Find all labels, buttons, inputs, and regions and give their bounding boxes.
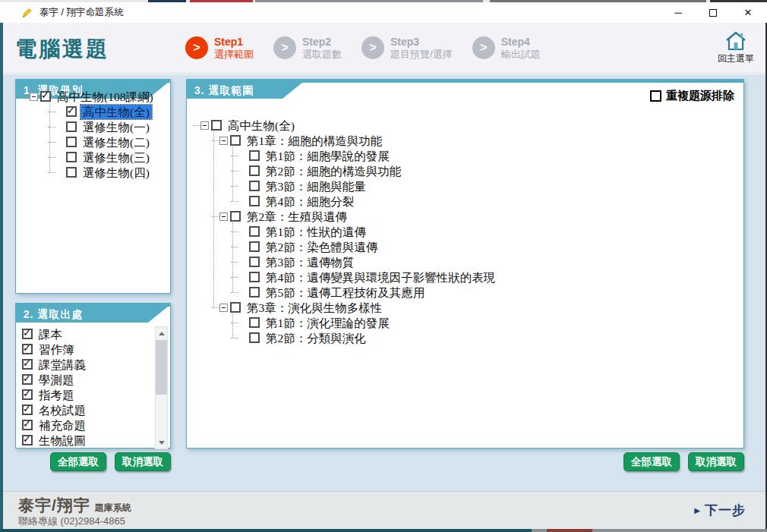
source-item-label[interactable]: 課堂講義 [36,357,88,372]
page-footer: 泰宇/翔宇題庫系統 聯絡專線 (02)2984-4865 ▶ 下一步 [3,491,765,529]
tree-item-label[interactable]: 選修生物(三) [80,150,152,165]
source-checkbox-checked[interactable] [22,420,33,430]
source-deselect-all-button[interactable]: 取消選取 [115,452,171,471]
tree-row: 第3節：細胞與能量 [187,178,743,194]
tree-expander-minus-icon[interactable] [200,121,209,130]
source-checkbox-checked[interactable] [22,344,33,354]
list-item: 習作簿 [19,342,152,357]
source-select-all-button[interactable]: 全部選取 [50,452,106,471]
source-checkbox-checked[interactable] [22,405,33,415]
tree-indent-spacer [55,168,64,177]
tree-item-label[interactable]: 第1節：細胞學說的發展 [264,149,392,163]
range-select-all-button[interactable]: 全部選取 [623,452,680,471]
source-checkbox-checked[interactable] [22,389,33,400]
tree-checkbox-unchecked[interactable] [66,137,77,147]
tree-item-label[interactable]: 第2節：細胞的構造與功能 [264,164,403,178]
source-item-label[interactable]: 指考題 [36,388,77,402]
tree-item-label[interactable]: 第1節：性狀的遺傳 [264,225,368,239]
tree-indent-spacer [238,273,247,282]
tree-item-label[interactable]: 第3節：細胞與能量 [264,179,368,194]
tree-checkbox-unchecked[interactable] [249,165,260,176]
list-item: 生物說圖 [19,433,152,448]
minimize-button[interactable]: ─ [661,2,696,23]
panel-2-title-banner: 2. 選取出處 [16,307,168,323]
tree-expander-minus-icon[interactable] [219,304,228,312]
panel-select-volume: 1. 選取冊別 高中生物(108課綱)高中生物(全)選修生物(一)選修生物(二)… [15,79,171,294]
tree-item-label[interactable]: 第4節：細胞分裂 [264,194,356,209]
scrollbar-up-button[interactable] [156,327,167,339]
tree-item-label[interactable]: 選修生物(一) [80,120,152,134]
tree-checkbox-unchecked[interactable] [249,287,260,297]
source-item-label[interactable]: 名校試題 [36,403,88,417]
tree-checkbox-unchecked[interactable] [249,272,260,282]
range-buttons-row: 全部選取 取消選取 [186,452,744,472]
tree-item-label-selected[interactable]: 高中生物(全) [80,105,152,119]
tree-item-label[interactable]: 第3章：演化與生物多樣性 [245,301,384,315]
scrollbar-down-button[interactable] [156,436,167,449]
step-4[interactable]: > Step4 輸出試題 [472,36,541,60]
tree-item-label[interactable]: 第3節：遺傳物質 [264,255,356,269]
tree-checkbox-unchecked[interactable] [211,120,222,131]
tree-checkbox-unchecked[interactable] [66,152,77,162]
tree-item-label[interactable]: 第2節：分類與演化 [264,331,368,345]
step-1[interactable]: > Step1 選擇範圍 [185,36,254,60]
tree-checkbox-unchecked[interactable] [249,317,260,328]
source-checkbox-checked[interactable] [22,374,33,385]
tree-checkbox-unchecked[interactable] [249,226,260,237]
tree-expander-minus-icon[interactable] [30,93,38,101]
app-crayon-icon [21,7,33,19]
source-item-label[interactable]: 課本 [36,327,65,342]
tree-item-label[interactable]: 高中生物(108課綱) [55,90,156,104]
tree-item-label[interactable]: 第1節：演化理論的發展 [264,316,392,330]
tree-checkbox-unchecked[interactable] [249,181,260,191]
tree-item-label[interactable]: 第1章：細胞的構造與功能 [245,134,384,148]
range-deselect-all-button[interactable]: 取消選取 [688,452,744,471]
source-item-label[interactable]: 習作簿 [36,342,77,357]
tree-item-label[interactable]: 選修生物(四) [80,165,152,180]
scrollbar-thumb[interactable] [156,340,167,395]
source-checkbox-checked[interactable] [22,329,33,339]
tree-expander-minus-icon[interactable] [219,212,228,221]
source-checkbox-checked[interactable] [22,359,33,370]
tree-checkbox-unchecked[interactable] [249,257,260,267]
tree-checkbox-unchecked[interactable] [249,150,260,161]
tree-checkbox-unchecked[interactable] [230,135,241,146]
brand-block: 泰宇/翔宇題庫系統 聯絡專線 (02)2984-4865 [18,496,131,527]
source-checkbox-checked[interactable] [22,435,33,445]
tree-checkbox-unchecked[interactable] [230,211,241,222]
close-button[interactable]: ✕ [731,2,765,23]
next-step-label: 下一步 [705,502,746,519]
step-2-texts: Step2 選取題數 [302,36,342,60]
app-window: 泰宇 / 翔宇命題系統 ─ ✕ 電腦選題 > Step1 選擇範圍 [0,0,767,532]
tree-checkbox-checked[interactable] [66,106,77,117]
source-item-label[interactable]: 補充命題 [36,418,88,433]
tree-item-label[interactable]: 第2節：染色體與遺傳 [264,240,380,254]
tree-checkbox-unchecked[interactable] [66,167,77,178]
tree-checkbox-unchecked[interactable] [230,302,241,313]
tree-checkbox-unchecked[interactable] [249,196,260,206]
tree-item-label[interactable]: 第4節：遺傳變異與環境因子影響性狀的表現 [264,270,497,285]
tree-checkbox-unchecked[interactable] [249,241,260,252]
step-1-label: Step1 [214,36,254,49]
tree-item-label[interactable]: 選修生物(二) [80,135,152,150]
next-step-button[interactable]: ▶ 下一步 [694,492,746,529]
tree-checkbox-unchecked[interactable] [66,121,77,132]
tree-checkbox-checked[interactable] [40,91,51,102]
tree-item-label[interactable]: 第2章：生殖與遺傳 [245,209,349,224]
tree-item-label[interactable]: 第5節：遺傳工程技術及其應用 [264,285,427,300]
tree-item-label[interactable]: 高中生物(全) [226,118,297,133]
step-indicator: > Step1 選擇範圍 > Step2 選取題數 > Step3 題目預覽/選… [185,23,541,73]
source-list-scrollbar[interactable] [155,326,168,449]
source-item-label[interactable]: 生物說圖 [36,433,88,448]
tree-checkbox-unchecked[interactable] [249,332,260,343]
maximize-button[interactable] [696,2,731,23]
source-item-label[interactable]: 學測題 [36,373,77,387]
step-4-sublabel: 輸出試題 [501,49,541,61]
step-2[interactable]: > Step2 選取題數 [273,36,342,60]
step-2-arrow-icon: > [273,36,296,59]
tree-indent-spacer [238,167,247,175]
step-3[interactable]: > Step3 題目預覽/選擇 [361,36,453,60]
home-button[interactable]: 回主選單 [712,30,759,65]
tree-connector [22,96,30,97]
tree-expander-minus-icon[interactable] [219,137,228,145]
